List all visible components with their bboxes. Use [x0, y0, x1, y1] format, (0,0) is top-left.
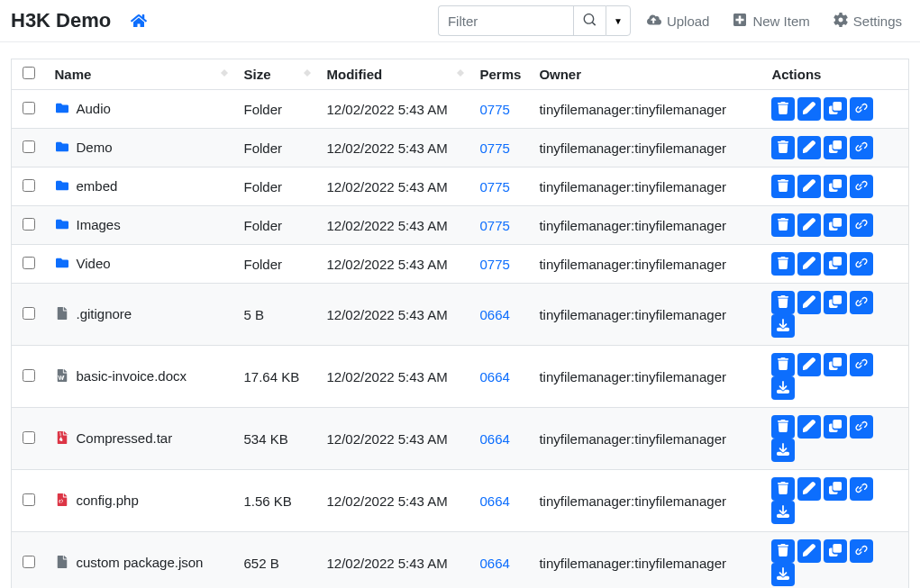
copy-button[interactable]: [824, 353, 847, 376]
rename-button[interactable]: [797, 291, 821, 314]
file-name-link[interactable]: Demo: [55, 140, 113, 155]
link-button[interactable]: [850, 136, 873, 159]
delete-button[interactable]: [771, 136, 795, 159]
rename-button[interactable]: [797, 97, 821, 121]
link-icon: [855, 257, 868, 272]
rename-button[interactable]: [797, 213, 821, 237]
delete-button[interactable]: [771, 252, 795, 276]
file-name-link[interactable]: Images: [55, 217, 121, 232]
delete-button[interactable]: [771, 213, 795, 237]
copy-button[interactable]: [824, 415, 847, 439]
link-button[interactable]: [850, 415, 873, 439]
perms-link[interactable]: 0664: [480, 493, 510, 509]
perms-link[interactable]: 0775: [480, 218, 510, 233]
upload-button[interactable]: Upload: [640, 7, 717, 35]
row-checkbox[interactable]: [23, 369, 35, 382]
perms-link[interactable]: 0664: [480, 431, 510, 447]
perms-link[interactable]: 0775: [480, 179, 510, 194]
file-name-link[interactable]: Compressed.tar: [55, 430, 173, 446]
copy-icon: [829, 295, 842, 311]
trash-icon: [777, 357, 789, 373]
perms-link[interactable]: 0775: [480, 257, 510, 272]
link-button[interactable]: [850, 213, 873, 237]
file-name-text: Audio: [77, 101, 111, 116]
rename-button[interactable]: [797, 252, 821, 276]
filter-dropdown-button[interactable]: ▼: [606, 5, 631, 36]
file-name-link[interactable]: custom package.json: [55, 555, 204, 570]
rename-button[interactable]: [797, 477, 821, 501]
link-button[interactable]: [850, 291, 873, 314]
delete-button[interactable]: [771, 353, 795, 376]
link-button[interactable]: [850, 97, 873, 121]
rename-button[interactable]: [797, 175, 821, 198]
file-name-link[interactable]: config.php: [55, 493, 139, 508]
delete-button[interactable]: [771, 291, 795, 314]
edit-icon: [803, 218, 815, 233]
download-button[interactable]: [771, 314, 795, 338]
edit-icon: [803, 544, 815, 559]
file-name-link[interactable]: Audio: [55, 101, 111, 116]
perms-link[interactable]: 0775: [480, 102, 510, 117]
perms-link[interactable]: 0664: [480, 556, 510, 571]
rename-button[interactable]: [797, 539, 821, 563]
download-button[interactable]: [771, 501, 795, 524]
modified-cell: 12/02/2022 5:43 AM: [318, 206, 471, 245]
new-item-button[interactable]: New Item: [725, 7, 816, 35]
col-size[interactable]: Size: [235, 59, 318, 90]
perms-link[interactable]: 0664: [480, 369, 510, 384]
row-checkbox[interactable]: [23, 257, 35, 269]
copy-button[interactable]: [824, 477, 847, 501]
row-checkbox[interactable]: [23, 307, 35, 320]
col-owner[interactable]: Owner: [530, 59, 762, 90]
row-checkbox[interactable]: [23, 140, 35, 153]
copy-button[interactable]: [824, 97, 847, 121]
folder-icon: [55, 140, 69, 153]
filter-input[interactable]: [438, 5, 573, 36]
file-name-link[interactable]: basic-invoice.docx: [55, 368, 187, 384]
download-button[interactable]: [771, 439, 795, 462]
copy-icon: [829, 544, 842, 559]
rename-button[interactable]: [797, 353, 821, 376]
actions-cell: [762, 532, 908, 589]
link-button[interactable]: [850, 252, 873, 276]
perms-link[interactable]: 0775: [480, 140, 510, 156]
col-name[interactable]: Name: [46, 59, 235, 90]
copy-button[interactable]: [824, 252, 847, 276]
link-button[interactable]: [850, 539, 873, 563]
rename-button[interactable]: [797, 415, 821, 439]
delete-button[interactable]: [771, 477, 795, 501]
actions-cell: [762, 470, 908, 532]
rename-button[interactable]: [797, 136, 821, 159]
row-checkbox[interactable]: [23, 431, 35, 444]
copy-button[interactable]: [824, 136, 847, 159]
file-name-link[interactable]: Video: [55, 256, 111, 271]
home-icon[interactable]: [131, 13, 147, 29]
copy-button[interactable]: [824, 213, 847, 237]
row-checkbox[interactable]: [23, 556, 35, 568]
file-name-link[interactable]: embed: [55, 178, 118, 194]
settings-button[interactable]: Settings: [826, 7, 909, 35]
copy-button[interactable]: [824, 539, 847, 563]
delete-button[interactable]: [771, 539, 795, 563]
row-checkbox[interactable]: [23, 102, 35, 114]
download-button[interactable]: [771, 563, 795, 586]
file-name-link[interactable]: .gitignore: [55, 306, 132, 321]
delete-button[interactable]: [771, 97, 795, 121]
perms-link[interactable]: 0664: [480, 307, 510, 322]
link-button[interactable]: [850, 175, 873, 198]
delete-button[interactable]: [771, 175, 795, 198]
row-checkbox[interactable]: [23, 493, 35, 506]
copy-button[interactable]: [824, 291, 847, 314]
edit-icon: [803, 102, 815, 117]
download-button[interactable]: [771, 376, 795, 400]
copy-button[interactable]: [824, 175, 847, 198]
link-button[interactable]: [850, 353, 873, 376]
col-perms[interactable]: Perms: [471, 59, 531, 90]
row-checkbox[interactable]: [23, 218, 35, 231]
delete-button[interactable]: [771, 415, 795, 439]
link-button[interactable]: [850, 477, 873, 501]
select-all-checkbox[interactable]: [23, 67, 35, 79]
col-modified[interactable]: Modified: [318, 59, 471, 90]
search-button[interactable]: [573, 5, 606, 36]
row-checkbox[interactable]: [23, 179, 35, 192]
